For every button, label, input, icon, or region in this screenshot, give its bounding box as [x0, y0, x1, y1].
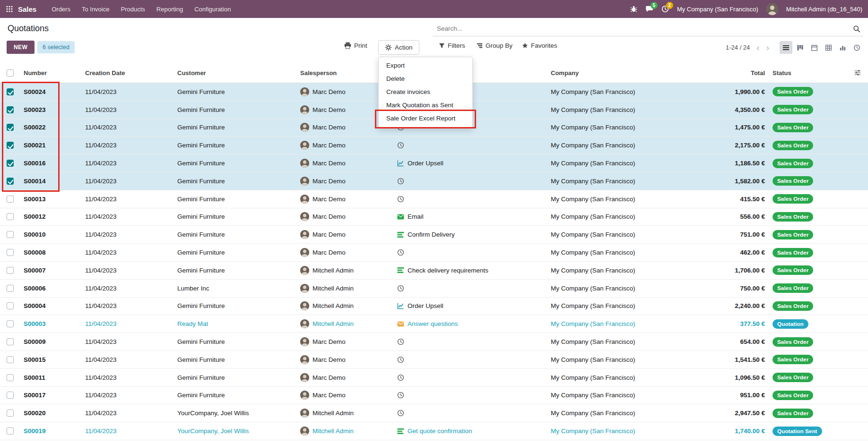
table-row-s00010[interactable]: S0001011/04/2023Gemini FurnitureMarc Dem…: [0, 226, 868, 244]
table-row-s00011[interactable]: S0001111/04/2023Gemini FurnitureMarc Dem…: [0, 369, 868, 387]
chevron-left-icon[interactable]: ‹: [755, 43, 761, 52]
table-row-s00014[interactable]: S0001411/04/2023Gemini FurnitureMarc Dem…: [0, 172, 868, 190]
action-menu-item-delete[interactable]: Delete: [379, 72, 472, 85]
cell-next-activity[interactable]: [394, 285, 548, 292]
group-by-button[interactable]: Group By: [474, 42, 515, 50]
row-select-checkbox[interactable]: [0, 142, 21, 149]
table-row-s00013[interactable]: S0001311/04/2023Gemini FurnitureMarc Dem…: [0, 190, 868, 208]
favorites-button[interactable]: Favorites: [519, 42, 560, 50]
cell-company: My Company (San Francisco): [548, 356, 692, 363]
activity-view-icon[interactable]: [851, 41, 863, 54]
search-input[interactable]: [436, 25, 853, 33]
row-select-checkbox[interactable]: [0, 320, 21, 327]
table-row-s00006[interactable]: S0000611/04/2023Lumber IncMitchell Admin…: [0, 280, 868, 298]
bug-icon[interactable]: [630, 5, 637, 13]
action-button[interactable]: Action: [378, 40, 419, 55]
column-header-total[interactable]: Total: [692, 69, 768, 77]
optional-columns-toggle[interactable]: [829, 69, 868, 76]
row-select-checkbox[interactable]: [0, 392, 21, 399]
select-all-checkbox[interactable]: [0, 69, 21, 77]
column-header-company[interactable]: Company: [548, 69, 692, 77]
column-header-status[interactable]: Status: [768, 69, 829, 77]
new-button[interactable]: NEW: [7, 41, 35, 54]
cell-next-activity[interactable]: Get quote confirmation: [394, 427, 548, 435]
cell-next-activity[interactable]: Order Upsell: [394, 302, 548, 309]
table-row-s00009[interactable]: S0000911/04/2023Gemini FurnitureMarc Dem…: [0, 333, 868, 351]
table-row-s00016[interactable]: S0001611/04/2023Gemini FurnitureMarc Dem…: [0, 154, 868, 172]
action-menu-item-mark-quotation-as-sent[interactable]: Mark Quotation as Sent: [379, 99, 472, 112]
row-select-checkbox[interactable]: [0, 338, 21, 345]
row-select-checkbox[interactable]: [0, 88, 21, 95]
cell-next-activity[interactable]: Order Upsell: [394, 160, 548, 167]
table-row-s00007[interactable]: S0000711/04/2023Gemini FurnitureMitchell…: [0, 262, 868, 280]
column-header-customer[interactable]: Customer: [174, 69, 297, 77]
table-row-s00020[interactable]: S0002011/04/2023YourCompany, Joel Willis…: [0, 404, 868, 422]
cell-creation-date: 11/04/2023: [82, 267, 174, 274]
pivot-view-icon[interactable]: [822, 41, 835, 54]
row-select-checkbox[interactable]: [0, 178, 21, 185]
company-switcher[interactable]: My Company (San Francisco): [677, 6, 758, 13]
table-row-s00008[interactable]: S0000811/04/2023Gemini FurnitureMarc Dem…: [0, 244, 868, 262]
list-view-icon[interactable]: [780, 41, 792, 54]
row-select-checkbox[interactable]: [0, 356, 21, 363]
cell-next-activity[interactable]: Confirm Delivery: [394, 231, 548, 238]
filters-button[interactable]: Filters: [436, 42, 468, 50]
messages-icon[interactable]: 5: [645, 5, 653, 13]
row-select-checkbox[interactable]: [0, 213, 21, 220]
navbar-menu-item-reporting[interactable]: Reporting: [152, 3, 188, 16]
column-header-creation-date[interactable]: Creation Date: [82, 69, 174, 77]
row-select-checkbox[interactable]: [0, 427, 21, 435]
user-avatar[interactable]: [766, 3, 778, 15]
cell-next-activity[interactable]: [394, 338, 548, 345]
calendar-view-icon[interactable]: [808, 41, 821, 54]
navbar-menu-item-products[interactable]: Products: [116, 3, 149, 16]
row-select-checkbox[interactable]: [0, 231, 21, 238]
apps-grid-icon[interactable]: [6, 5, 13, 13]
table-row-s00017[interactable]: S0001711/04/2023Gemini FurnitureMarc Dem…: [0, 387, 868, 405]
navbar-menu-item-configuration[interactable]: Configuration: [190, 3, 235, 16]
cell-next-activity[interactable]: [394, 249, 548, 256]
cell-next-activity[interactable]: [394, 392, 548, 399]
kanban-view-icon[interactable]: [794, 41, 807, 54]
row-select-checkbox[interactable]: [0, 160, 21, 167]
cell-next-activity[interactable]: [394, 356, 548, 363]
table-row-s00005[interactable]: S0000511/04/2023Deco AddictMarc DemoEmai…: [0, 440, 868, 444]
row-select-checkbox[interactable]: [0, 285, 21, 292]
navbar-menu-item-to-invoice[interactable]: To Invoice: [77, 3, 114, 16]
row-select-checkbox[interactable]: [0, 302, 21, 309]
cell-next-activity[interactable]: Answer questions: [394, 320, 548, 327]
action-menu-item-sale-order-excel-report[interactable]: Sale Order Excel Report: [379, 112, 472, 125]
row-select-checkbox[interactable]: [0, 374, 21, 381]
row-select-checkbox[interactable]: [0, 106, 21, 113]
print-button[interactable]: Print: [341, 42, 370, 50]
row-select-checkbox[interactable]: [0, 124, 21, 131]
column-header-number[interactable]: Number: [21, 69, 82, 77]
row-select-checkbox[interactable]: [0, 267, 21, 274]
table-row-s00019[interactable]: S0001911/04/2023YourCompany, Joel Willis…: [0, 422, 868, 440]
navbar-menu-item-orders[interactable]: Orders: [47, 3, 75, 16]
row-select-checkbox[interactable]: [0, 410, 21, 417]
action-menu-item-export[interactable]: Export: [379, 59, 472, 72]
row-select-checkbox[interactable]: [0, 249, 21, 256]
chevron-right-icon[interactable]: ›: [764, 43, 771, 52]
user-menu[interactable]: Mitchell Admin (db_16_540): [786, 6, 862, 13]
cell-next-activity[interactable]: [394, 142, 548, 149]
graph-view-icon[interactable]: [836, 41, 849, 54]
cell-next-activity[interactable]: Email: [394, 213, 548, 220]
table-row-s00015[interactable]: S0001511/04/2023Gemini FurnitureMarc Dem…: [0, 351, 868, 369]
table-row-s00012[interactable]: S0001211/04/2023Gemini FurnitureMarc Dem…: [0, 208, 868, 226]
row-select-checkbox[interactable]: [0, 196, 21, 203]
table-row-s00003[interactable]: S0000311/04/2023Ready MatMitchell AdminA…: [0, 315, 868, 333]
cell-next-activity[interactable]: [394, 178, 548, 185]
cell-next-activity[interactable]: Check delivery requirements: [394, 267, 548, 274]
action-menu-item-create-invoices[interactable]: Create invoices: [379, 85, 472, 99]
cell-next-activity[interactable]: [394, 196, 548, 203]
search-icon[interactable]: [853, 25, 860, 33]
current-app-name[interactable]: Sales: [18, 5, 36, 13]
table-row-s00021[interactable]: S0002111/04/2023Gemini FurnitureMarc Dem…: [0, 137, 868, 154]
cell-next-activity[interactable]: [394, 374, 548, 381]
activities-clock-icon[interactable]: 2: [661, 5, 669, 13]
selected-count-badge[interactable]: 6 selected: [37, 41, 75, 53]
cell-next-activity[interactable]: [394, 410, 548, 417]
table-row-s00004[interactable]: S0000411/04/2023Gemini FurnitureMitchell…: [0, 298, 868, 316]
